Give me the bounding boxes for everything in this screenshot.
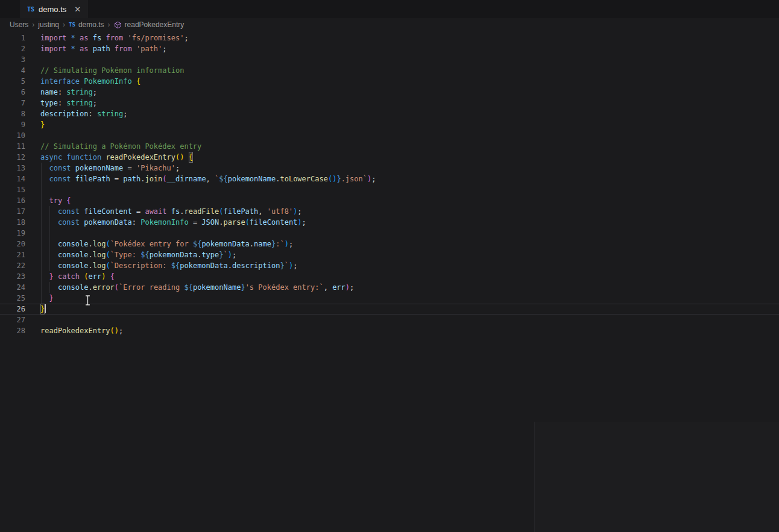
text-caret (45, 304, 46, 313)
code-line-25[interactable]: 25 } (0, 293, 779, 304)
line-number[interactable]: 22 (0, 260, 25, 271)
code-line-4[interactable]: 4// Simulating Pokémon information (0, 65, 779, 76)
code-line-19[interactable]: 19 (0, 228, 779, 239)
tab-demo-ts[interactable]: TS demo.ts ✕ (20, 0, 88, 18)
breadcrumb-label: justinq (38, 20, 59, 29)
matched-bracket: } (40, 304, 45, 315)
breadcrumb: Users›justinq›TSdemo.ts›readPokedexEntry (0, 18, 779, 31)
code-line-23[interactable]: 23 } catch (err) { (0, 271, 779, 282)
line-number[interactable]: 28 (0, 325, 25, 336)
line-number[interactable]: 26 (0, 304, 25, 315)
line-number[interactable]: 5 (0, 76, 25, 87)
ts-file-icon: TS (69, 22, 75, 28)
line-number[interactable]: 27 (0, 315, 25, 325)
indent-guide (41, 260, 42, 271)
code-line-10[interactable]: 10 (0, 130, 779, 141)
indent-guide (41, 293, 42, 304)
line-number[interactable]: 1 (0, 33, 25, 43)
line-number[interactable]: 14 (0, 174, 25, 184)
code-line-14[interactable]: 14 const filePath = path.join(__dirname,… (0, 174, 779, 184)
line-number[interactable]: 13 (0, 163, 25, 174)
code-line-27[interactable]: 27 (0, 315, 779, 325)
indent-guide (41, 217, 42, 228)
indent-guide (41, 195, 42, 206)
tab-bar: TS demo.ts ✕ (0, 0, 779, 18)
code-line-21[interactable]: 21 console.log(`Type: ${pokemonData.type… (0, 249, 779, 260)
code-line-13[interactable]: 13 const pokemonName = 'Pikachu'; (0, 163, 779, 174)
code-line-15[interactable]: 15 (0, 184, 779, 195)
indent-guide (41, 271, 42, 282)
breadcrumb-label: Users (10, 20, 28, 29)
line-number[interactable]: 15 (0, 184, 25, 195)
breadcrumb-separator: › (32, 20, 34, 29)
line-number[interactable]: 6 (0, 87, 25, 98)
tab-label: demo.ts (39, 5, 66, 14)
line-number[interactable]: 2 (0, 43, 25, 54)
indent-guide (41, 239, 42, 249)
line-number[interactable]: 21 (0, 249, 25, 260)
matched-bracket: { (189, 152, 193, 163)
indent-guide (49, 206, 50, 217)
window-edge-divider (534, 422, 535, 532)
indent-guide (41, 228, 42, 239)
breadcrumb-item-readpokedexentry[interactable]: readPokedexEntry (114, 20, 184, 29)
indent-guide (41, 249, 42, 260)
indent-guide (49, 249, 50, 260)
line-number[interactable]: 24 (0, 282, 25, 293)
code-line-2[interactable]: 2import * as path from 'path'; (0, 43, 779, 54)
close-icon[interactable]: ✕ (74, 5, 81, 14)
code-line-17[interactable]: 17 const fileContent = await fs.readFile… (0, 206, 779, 217)
line-number[interactable]: 23 (0, 271, 25, 282)
line-number[interactable]: 3 (0, 54, 25, 65)
vscode-window: TS demo.ts ✕ Users›justinq›TSdemo.ts›rea… (0, 0, 779, 532)
indent-guide (41, 282, 42, 293)
breadcrumb-separator: › (108, 20, 110, 29)
breadcrumb-item-justinq[interactable]: justinq (38, 20, 59, 29)
code-line-6[interactable]: 6name: string; (0, 87, 779, 98)
indent-guide (49, 239, 50, 249)
line-number[interactable]: 10 (0, 130, 25, 141)
line-number[interactable]: 7 (0, 98, 25, 108)
code-line-12[interactable]: 12async function readPokedexEntry() { (0, 152, 779, 163)
code-line-5[interactable]: 5interface PokemonInfo { (0, 76, 779, 87)
code-line-11[interactable]: 11// Simulating a Pokémon Pokédex entry (0, 141, 779, 152)
code-line-24[interactable]: 24 console.error(`Error reading ${pokemo… (0, 282, 779, 293)
indent-guide (49, 228, 50, 239)
breadcrumb-item-users[interactable]: Users (10, 20, 28, 29)
code-line-20[interactable]: 20 console.log(`Pokédex entry for ${poke… (0, 239, 779, 249)
code-line-9[interactable]: 9} (0, 119, 779, 130)
code-line-7[interactable]: 7type: string; (0, 98, 779, 108)
code-line-16[interactable]: 16 try { (0, 195, 779, 206)
code-line-1[interactable]: 1import * as fs from 'fs/promises'; (0, 33, 779, 43)
line-number[interactable]: 4 (0, 65, 25, 76)
indent-guide (49, 282, 50, 293)
breadcrumb-separator: › (63, 20, 65, 29)
indent-guide (41, 184, 42, 195)
line-number[interactable]: 16 (0, 195, 25, 206)
code-line-18[interactable]: 18 const pokemonData: PokemonInfo = JSON… (0, 217, 779, 228)
indent-guide (41, 206, 42, 217)
line-number[interactable]: 17 (0, 206, 25, 217)
symbol-method-icon (114, 21, 122, 29)
line-number[interactable]: 25 (0, 293, 25, 304)
code-line-28[interactable]: 28readPokedexEntry(); (0, 325, 779, 336)
line-number[interactable]: 11 (0, 141, 25, 152)
indent-guide (41, 174, 42, 184)
code-line-3[interactable]: 3 (0, 54, 779, 65)
line-number[interactable]: 9 (0, 119, 25, 130)
breadcrumb-label: readPokedexEntry (125, 20, 184, 29)
line-number[interactable]: 19 (0, 228, 25, 239)
line-number[interactable]: 12 (0, 152, 25, 163)
indent-guide (49, 260, 50, 271)
ts-file-icon: TS (27, 6, 34, 13)
code-line-8[interactable]: 8description: string; (0, 108, 779, 119)
indent-guide (49, 217, 50, 228)
code-line-22[interactable]: 22 console.log(`Description: ${pokemonDa… (0, 260, 779, 271)
line-number[interactable]: 20 (0, 239, 25, 249)
line-number[interactable]: 18 (0, 217, 25, 228)
breadcrumb-item-demo.ts[interactable]: TSdemo.ts (69, 20, 104, 29)
code-line-26[interactable]: 26} (0, 304, 779, 315)
line-number[interactable]: 8 (0, 108, 25, 119)
background-panel (535, 422, 779, 532)
breadcrumb-label: demo.ts (78, 20, 104, 29)
